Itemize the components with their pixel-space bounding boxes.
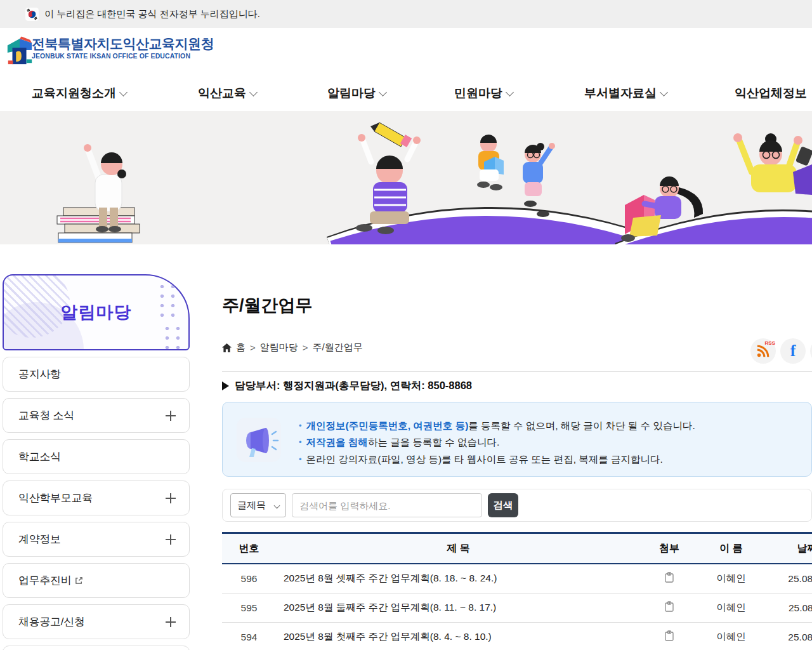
- nav-item-office-intro[interactable]: 교육지원청소개: [32, 75, 126, 111]
- rss-button[interactable]: RSS: [750, 338, 776, 364]
- breadcrumb: 홈 > 알림마당 > 주/월간업무: [222, 342, 363, 354]
- search-input[interactable]: [292, 493, 482, 517]
- gov-banner-text: 이 누리집은 대한민국 공식 전자정부 누리집입니다.: [44, 8, 260, 20]
- plus-expand-icon[interactable]: [165, 410, 176, 421]
- row-title-link[interactable]: 2025년 8월 셋째주 주간 업무계획(8. 18. ~ 8. 24.): [276, 572, 641, 585]
- sidebar-item-label: 채용공고/신청: [18, 614, 85, 629]
- korea-flag-icon: [25, 8, 39, 21]
- rss-label: RSS: [765, 340, 775, 346]
- sidebar-item-label: 교육청 소식: [18, 408, 74, 423]
- sidebar-item-notices[interactable]: 공지사항: [3, 357, 190, 392]
- plus-expand-icon[interactable]: [165, 493, 176, 504]
- row-date: 25.08.18: [764, 573, 812, 585]
- nav-item-notice-board[interactable]: 알림마당: [327, 75, 386, 111]
- attachment-icon[interactable]: [641, 572, 698, 585]
- sidebar-item-school-news[interactable]: 학교소식: [3, 439, 190, 474]
- breadcrumb-level1[interactable]: 알림마당: [260, 342, 298, 354]
- nav-item-label: 민원마당: [454, 86, 502, 100]
- share-icons: RSS f: [750, 338, 812, 364]
- home-icon[interactable]: [222, 343, 232, 352]
- facebook-button[interactable]: f: [780, 338, 806, 364]
- sidebar-item-parent-education[interactable]: 익산학부모교육: [3, 481, 190, 515]
- notice-line: •저작권을 침해하는 글을 등록할 수 없습니다.: [299, 436, 695, 449]
- col-header-name: 이 름: [698, 542, 764, 555]
- attachment-icon[interactable]: [641, 630, 698, 644]
- sidebar-item-business-expenses[interactable]: 업무추진비: [3, 563, 190, 598]
- notice-text: 하는 글을 등록할 수 없습니다.: [368, 437, 500, 448]
- board-table: 번호 제 목 첨부 이 름 날짜 596 2025년 8월 셋째주 주간 업무계…: [222, 532, 812, 650]
- nav-item-dept-resources[interactable]: 부서별자료실: [584, 75, 667, 111]
- department-info-text: 담당부서: 행정지원과(총무담당), 연락처: 850-8868: [235, 379, 472, 393]
- section-divider: [222, 371, 812, 372]
- hero-banner: [0, 111, 812, 244]
- site-header: 전북특별자치도익산교육지원청 JEONBUK STATE IKSAN OFFIC…: [0, 28, 812, 75]
- sidebar-item-label: 공지사항: [18, 367, 61, 381]
- hero-illustration: [0, 111, 812, 244]
- breadcrumb-separator: >: [303, 342, 308, 353]
- notice-line: •온라인 강의자료(파일, 영상 등)를 타 웹사이트 공유 또는 편집, 복제…: [299, 453, 695, 466]
- nav-item-iksan-companies[interactable]: 익산업체정보: [735, 75, 807, 111]
- bullet-icon: •: [299, 421, 302, 430]
- plus-expand-icon[interactable]: [165, 534, 176, 545]
- attachment-icon[interactable]: [641, 601, 698, 614]
- sidebar-title: 알림마당: [61, 301, 132, 324]
- facebook-icon: f: [790, 342, 796, 361]
- row-author: 이혜인: [698, 572, 764, 585]
- breadcrumb-level2[interactable]: 주/월간업무: [313, 342, 363, 354]
- table-row[interactable]: 595 2025년 8월 둘째주 주간 업무계획(8. 11. ~ 8. 17.…: [222, 594, 812, 623]
- nav-item-label: 부서별자료실: [584, 86, 657, 100]
- sidebar-item-contract-info[interactable]: 계약정보: [3, 522, 190, 557]
- triangle-bullet-icon: [222, 381, 229, 390]
- col-header-title: 제 목: [276, 542, 641, 555]
- nav-item-label: 익산교육: [198, 86, 246, 100]
- nav-item-label: 알림마당: [327, 86, 376, 100]
- sidebar-item-label: 익산학부모교육: [18, 491, 93, 505]
- sidebar-item-recruitment[interactable]: 채용공고/신청: [3, 604, 190, 639]
- page-title: 주/월간업무: [222, 294, 313, 317]
- sidebar-item-label: 업무추진비: [18, 573, 72, 588]
- notice-box: •개인정보(주민등록번호, 여권번호 등)를 등록할 수 없으며, 해당 글이 …: [222, 402, 812, 477]
- sidebar-item-label: 계약정보: [18, 532, 61, 547]
- external-link-icon: [75, 576, 83, 585]
- row-number: 596: [222, 573, 276, 585]
- notice-text: 를 등록할 수 없으며, 해당 글이 차단 될 수 있습니다.: [468, 420, 695, 431]
- chevron-down-icon: [660, 88, 668, 96]
- table-row[interactable]: 594 2025년 8월 첫째주 주간 업무계획(8. 4. ~ 8. 10.)…: [222, 623, 812, 650]
- notice-lines: •개인정보(주민등록번호, 여권번호 등)를 등록할 수 없으며, 해당 글이 …: [299, 416, 695, 470]
- org-name-korean: 전북특별자치도익산교육지원청: [32, 36, 214, 51]
- col-header-date: 날짜: [764, 542, 812, 555]
- plus-expand-icon[interactable]: [165, 616, 176, 628]
- sidebar-item-office-news[interactable]: 교육청 소식: [3, 398, 190, 433]
- chevron-down-icon: [379, 88, 387, 96]
- row-date: 25.08.11: [764, 602, 812, 614]
- nav-item-label: 익산업체정보: [735, 86, 807, 100]
- sidebar-item-label: 학교소식: [18, 449, 61, 464]
- sidebar-item-partial[interactable]: [3, 646, 190, 650]
- chevron-down-icon: [274, 502, 280, 508]
- notice-line: •개인정보(주민등록번호, 여권번호 등)를 등록할 수 없으며, 해당 글이 …: [299, 420, 695, 432]
- org-names[interactable]: 전북특별자치도익산교육지원청 JEONBUK STATE IKSAN OFFIC…: [32, 36, 214, 60]
- department-info: 담당부서: 행정지원과(총무담당), 연락처: 850-8868: [222, 379, 472, 393]
- search-category-value: 글제목: [237, 500, 266, 512]
- row-number: 594: [222, 632, 276, 643]
- sidebar-title-box: 알림마당: [3, 274, 190, 350]
- nav-item-iksan-education[interactable]: 익산교육: [198, 75, 256, 111]
- rss-icon: [756, 344, 770, 358]
- row-title-link[interactable]: 2025년 8월 둘째주 주간 업무계획(8. 11. ~ 8. 17.): [276, 601, 641, 614]
- sidebar: 알림마당 공지사항 교육청 소식 학교소식 익산학부모교육 계약정보 업무추진비: [3, 274, 190, 650]
- search-button[interactable]: 검색: [488, 493, 518, 517]
- notice-highlight: 개인정보(주민등록번호, 여권번호 등): [306, 420, 469, 431]
- breadcrumb-home[interactable]: 홈: [236, 342, 246, 354]
- search-bar: 글제목 검색: [222, 489, 812, 522]
- table-row[interactable]: 596 2025년 8월 셋째주 주간 업무계획(8. 18. ~ 8. 24.…: [222, 564, 812, 594]
- row-author: 이혜인: [698, 601, 764, 614]
- org-name-english: JEONBUK STATE IKSAN OFFICE OF EDUCATION: [32, 53, 214, 60]
- decorative-dots: [157, 282, 178, 319]
- nav-item-civil-service[interactable]: 민원마당: [454, 75, 513, 111]
- bullet-icon: •: [299, 437, 302, 447]
- org-logo-icon[interactable]: [5, 36, 34, 69]
- row-title-link[interactable]: 2025년 8월 첫째주 주간 업무계획(8. 4. ~ 8. 10.): [276, 630, 641, 644]
- nav-item-label: 교육지원청소개: [32, 86, 116, 100]
- notice-text: 온라인 강의자료(파일, 영상 등)를 타 웹사이트 공유 또는 편집, 복제를…: [306, 454, 663, 465]
- search-category-select[interactable]: 글제목: [230, 493, 286, 517]
